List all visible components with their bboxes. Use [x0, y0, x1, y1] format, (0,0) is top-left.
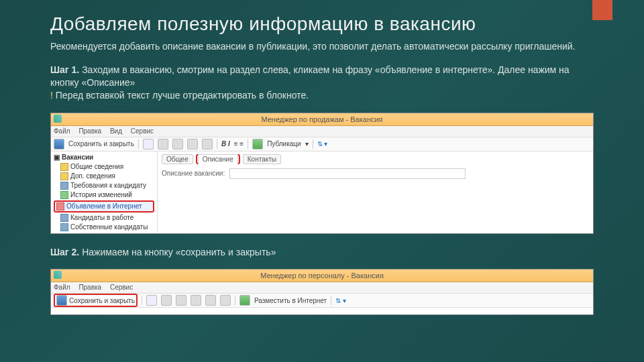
menu-edit[interactable]: Правка	[78, 127, 101, 135]
tree-item[interactable]: Кандидаты в работе	[54, 213, 154, 223]
tabs: Общее Описание Контакты	[162, 154, 589, 164]
menu-file[interactable]: Файл	[54, 284, 70, 291]
tree-label: Собственные кандидаты	[70, 223, 148, 232]
cut-icon[interactable]	[161, 295, 172, 306]
step2-text: Шаг 2. Нажимаем на кнопку «сохранить и з…	[50, 246, 594, 259]
separator	[248, 139, 248, 149]
toolbar: Сохранить и закрыть Разместить в Интерне…	[51, 294, 593, 308]
copy-icon[interactable]	[176, 295, 186, 306]
separator	[331, 296, 331, 305]
screenshot-1: Менеджер по продажам - Вакансия Файл Пра…	[50, 113, 594, 234]
globe-icon[interactable]	[252, 139, 263, 149]
step2-body: Нажимаем на кнопку «сохранить и закрыть»	[79, 247, 276, 257]
separator	[235, 296, 235, 305]
separator	[217, 139, 217, 149]
menu-bar[interactable]: Файл Правка Сервис	[51, 282, 593, 294]
toolbar: Сохранить и закрыть B I ≡ ≡ Публикаци ▾ …	[51, 137, 593, 152]
step1-warn: Перед вставкой текст лучше отредактирова…	[53, 90, 309, 101]
window-title: Менеджер по персоналу - Вакансия	[260, 272, 384, 280]
save-icon[interactable]	[54, 139, 64, 149]
tree-label: Кандидаты в работе	[70, 213, 133, 223]
separator	[142, 296, 142, 305]
undo-icon[interactable]	[205, 295, 216, 306]
paste-icon[interactable]	[187, 139, 198, 149]
print-icon[interactable]	[143, 139, 154, 149]
tree-label: Объявление в Интернет	[66, 202, 142, 211]
copy-icon[interactable]	[172, 139, 183, 149]
tree-item[interactable]: История изменений	[54, 190, 154, 200]
window-titlebar: Менеджер по персоналу - Вакансия	[51, 269, 593, 282]
accent-bar	[592, 0, 612, 20]
save-close-highlight: Сохранить и закрыть	[54, 294, 138, 307]
save-close-button[interactable]: Сохранить и закрыть	[69, 297, 135, 304]
save-close-button[interactable]: Сохранить и закрыть	[68, 140, 134, 147]
tree-root-label: Вакансии	[62, 153, 93, 162]
tree-label: Доп. сведения	[70, 172, 115, 181]
list-icon[interactable]: ≡ ≡	[234, 140, 244, 147]
tree-panel: ▣ Вакансии Общие сведения Доп. сведения …	[51, 152, 158, 233]
paste-icon[interactable]	[191, 295, 201, 306]
step2-label: Шаг 2.	[50, 247, 79, 257]
publish-internet-button[interactable]: Разместить в Интернет	[254, 297, 327, 304]
tree-label: Требования к кандидату	[70, 181, 146, 190]
undo-icon[interactable]	[202, 139, 213, 149]
cut-icon[interactable]	[158, 139, 168, 149]
redo-icon[interactable]	[220, 295, 231, 306]
step1-label: Шаг 1.	[50, 64, 79, 75]
right-pane: Общее Описание Контакты Описание ваканси…	[158, 152, 593, 233]
save-icon[interactable]	[56, 295, 67, 306]
window-title: Менеджер по продажам - Вакансия	[261, 115, 382, 123]
separator	[138, 139, 139, 149]
tree-label: Общие сведения	[70, 162, 123, 172]
tree-item[interactable]: Доп. сведения	[54, 172, 154, 181]
attach-icon[interactable]: ⇅ ▾	[335, 297, 346, 304]
attach-icon[interactable]: ⇅ ▾	[317, 140, 328, 147]
menu-file[interactable]: Файл	[54, 127, 70, 135]
tree-item[interactable]: Собственные кандидаты	[54, 223, 154, 232]
separator	[313, 139, 313, 149]
tab-highlight: Описание	[196, 154, 240, 164]
bold-italic-icon[interactable]: B I	[221, 140, 230, 147]
window-body	[51, 308, 593, 314]
step1-body: Заходим в вакансию, смотрим на раздел сл…	[50, 64, 570, 88]
tree-item[interactable]: Требования к кандидату	[54, 181, 154, 190]
screenshot-2: Менеджер по персоналу - Вакансия Файл Пр…	[50, 269, 594, 315]
menu-view[interactable]: Вид	[110, 127, 122, 135]
menu-edit[interactable]: Правка	[78, 284, 101, 291]
tree-item-highlighted[interactable]: Объявление в Интернет	[54, 200, 154, 213]
intro-text: Рекомендуется добавить описание вакансии…	[50, 40, 594, 53]
window-titlebar: Менеджер по продажам - Вакансия	[51, 113, 593, 126]
tree-root[interactable]: ▣ Вакансии	[54, 153, 154, 162]
print-icon[interactable]	[146, 295, 157, 306]
field-label: Описание вакансии:	[162, 169, 225, 176]
tree-item[interactable]: Общие сведения	[54, 162, 154, 172]
description-input[interactable]	[229, 168, 466, 179]
dropdown-icon[interactable]: ▾	[305, 140, 309, 147]
app-icon	[54, 271, 62, 279]
globe-icon[interactable]	[239, 295, 250, 306]
app-icon	[54, 115, 62, 123]
page-title: Добавляем полезную информацию в вакансию	[50, 13, 594, 35]
field-row: Описание вакансии:	[162, 168, 589, 179]
tab-general[interactable]: Общее	[162, 154, 193, 164]
menu-service[interactable]: Сервис	[110, 284, 133, 291]
tab-description[interactable]: Описание	[198, 154, 238, 164]
menu-service[interactable]: Сервис	[131, 127, 154, 135]
tree-label: История изменений	[70, 190, 132, 200]
publish-button[interactable]: Публикаци	[267, 140, 301, 147]
window-body: ▣ Вакансии Общие сведения Доп. сведения …	[51, 152, 593, 233]
tab-contacts[interactable]: Контакты	[243, 154, 281, 164]
step1-text: Шаг 1. Заходим в вакансию, смотрим на ра…	[50, 64, 594, 102]
menu-bar[interactable]: Файл Правка Вид Сервис	[51, 126, 593, 137]
slide-content: Добавляем полезную информацию в вакансию…	[0, 0, 644, 315]
